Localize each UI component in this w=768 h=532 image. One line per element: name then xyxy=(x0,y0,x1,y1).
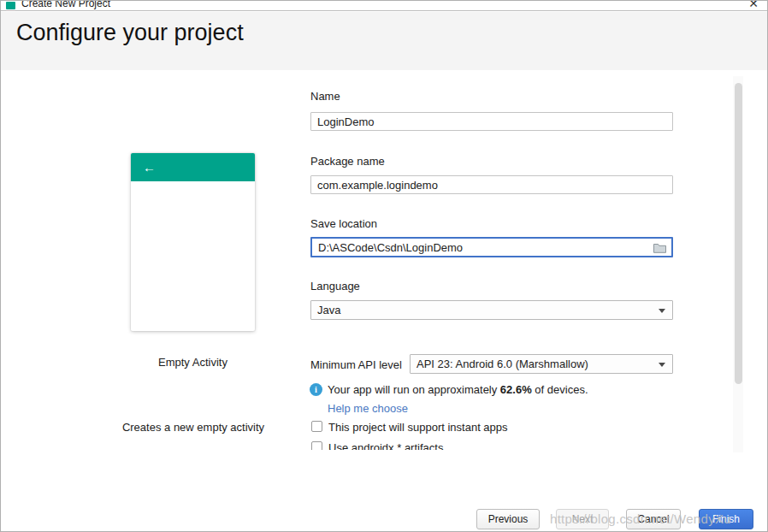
template-description: Creates a new empty activity xyxy=(86,421,300,434)
create-new-project-dialog: Create New Project ✕ Configure your proj… xyxy=(0,0,768,532)
api-info-suffix: of devices. xyxy=(532,383,588,396)
instant-apps-label: This project will support instant apps xyxy=(328,421,508,434)
name-input[interactable] xyxy=(310,112,673,131)
name-label: Name xyxy=(310,90,340,103)
package-name-label: Package name xyxy=(310,155,385,168)
package-name-input[interactable] xyxy=(310,175,673,194)
template-preview-card: ← xyxy=(131,153,255,331)
chevron-down-icon xyxy=(659,309,665,313)
form-scroll-area: ← Empty Activity Creates a new empty act… xyxy=(1,76,733,450)
androidx-label: Use androidx.* artifacts xyxy=(328,441,443,450)
close-icon[interactable]: ✕ xyxy=(748,0,759,10)
app-icon xyxy=(6,2,15,9)
next-button: Next xyxy=(556,509,609,529)
chevron-down-icon xyxy=(659,363,665,367)
api-info-prefix: Your app will run on approximately xyxy=(328,383,500,396)
language-label: Language xyxy=(310,280,360,293)
language-dropdown[interactable]: Java xyxy=(310,300,673,320)
template-name: Empty Activity xyxy=(131,356,255,369)
finish-button[interactable]: Finish xyxy=(699,509,753,529)
min-api-label: Minimum API level xyxy=(310,358,402,371)
cancel-button[interactable]: Cancel xyxy=(626,509,681,529)
api-info-percent: 62.6% xyxy=(500,383,532,396)
window-title: Create New Project xyxy=(21,1,110,9)
min-api-value: API 23: Android 6.0 (Marshmallow) xyxy=(416,358,588,370)
back-arrow-icon: ← xyxy=(143,160,156,174)
page-title: Configure your project xyxy=(16,20,244,46)
language-value: Java xyxy=(317,304,340,316)
previous-button[interactable]: Previous xyxy=(476,509,540,529)
save-location-field xyxy=(310,237,673,257)
titlebar: Create New Project xyxy=(1,1,767,11)
api-info-text: Your app will run on approximately 62.6%… xyxy=(328,383,588,396)
info-icon: i xyxy=(310,383,322,396)
min-api-dropdown[interactable]: API 23: Android 6.0 (Marshmallow) xyxy=(410,354,673,374)
instant-apps-checkbox[interactable] xyxy=(311,421,322,432)
scrollbar-thumb[interactable] xyxy=(735,83,742,384)
template-preview-header: ← xyxy=(131,153,255,181)
save-location-input[interactable] xyxy=(310,237,673,257)
save-location-label: Save location xyxy=(310,217,377,230)
help-me-choose-link[interactable]: Help me choose xyxy=(328,402,408,415)
androidx-checkbox[interactable] xyxy=(311,441,322,450)
